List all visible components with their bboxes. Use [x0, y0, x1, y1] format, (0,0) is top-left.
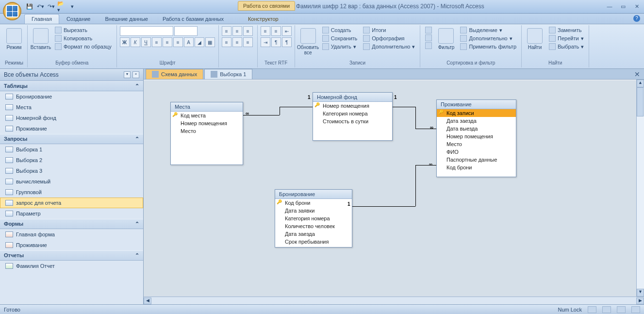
- copy-button[interactable]: Копировать: [53, 34, 114, 42]
- table-field[interactable]: ФИО: [437, 148, 516, 156]
- spelling-button[interactable]: Орфография: [361, 34, 417, 42]
- clear-sort-button[interactable]: [423, 42, 434, 50]
- align-left-button[interactable]: ≡: [152, 37, 162, 47]
- nav-collapse-icon[interactable]: «: [132, 71, 139, 78]
- align-btn2[interactable]: ≡: [232, 26, 242, 36]
- goto-button[interactable]: Перейти ▾: [547, 34, 586, 42]
- relationships-canvas[interactable]: ∞11∞1∞МестаКод местаНомер помещенияМесто…: [144, 80, 644, 297]
- tab-external-data[interactable]: Внешние данные: [98, 14, 155, 24]
- scroll-right-icon[interactable]: ▶: [636, 297, 644, 304]
- underline-button[interactable]: Ч: [141, 37, 151, 47]
- totals-button[interactable]: Итоги: [361, 26, 417, 34]
- nav-item[interactable]: Групповой: [0, 187, 143, 198]
- table-field[interactable]: Стоимость в сутки: [313, 117, 392, 125]
- vertical-scrollbar[interactable]: ▲ ▼: [636, 80, 644, 297]
- indent-inc-button[interactable]: ⇥: [261, 37, 270, 47]
- nav-item[interactable]: Фамилия Отчет: [0, 261, 143, 271]
- nav-item[interactable]: Выборка 3: [0, 165, 143, 176]
- redo-icon[interactable]: ↷▾: [47, 2, 55, 11]
- format-painter-button[interactable]: Формат по образцу: [53, 43, 114, 50]
- table-field[interactable]: Дата заезда: [437, 117, 516, 125]
- scroll-up-icon[interactable]: ▲: [637, 80, 644, 87]
- bold-button[interactable]: Ж: [120, 37, 130, 47]
- doc-tab-schema[interactable]: Схема данных: [146, 69, 203, 79]
- table-field[interactable]: Категория номера: [275, 215, 352, 222]
- bullets-button[interactable]: ≡: [261, 26, 270, 36]
- view-shortcut-2[interactable]: [602, 306, 611, 313]
- table-field[interactable]: Код брони: [275, 199, 352, 207]
- view-button[interactable]: Режим: [4, 26, 24, 52]
- scroll-thumb[interactable]: [637, 87, 644, 116]
- doc-close-icon[interactable]: ✕: [630, 69, 644, 79]
- view-shortcut-3[interactable]: [617, 306, 626, 313]
- table-field[interactable]: Категория номера: [313, 110, 392, 117]
- align-right-button[interactable]: ≡: [173, 37, 183, 47]
- selection-filter-button[interactable]: Выделение ▾: [458, 26, 518, 34]
- font-combo[interactable]: [120, 26, 173, 36]
- nav-dropdown-icon[interactable]: ▾: [124, 71, 131, 78]
- scroll-left-icon[interactable]: ◀: [144, 297, 151, 304]
- align-btn4[interactable]: ≡: [222, 37, 231, 47]
- nav-item[interactable]: Проживание: [0, 240, 143, 250]
- help-icon[interactable]: ?: [633, 15, 640, 22]
- table-field[interactable]: Код записи: [437, 109, 516, 117]
- table-field[interactable]: Дата выезда: [437, 125, 516, 132]
- undo-icon[interactable]: ↶▾: [36, 2, 45, 11]
- advanced-filter-button[interactable]: Дополнительно ▾: [458, 34, 518, 42]
- minimize-icon[interactable]: —: [605, 3, 614, 10]
- table-title[interactable]: Места: [171, 102, 243, 112]
- table-field[interactable]: Место: [171, 127, 243, 135]
- table-field[interactable]: Номер помещения: [313, 102, 392, 110]
- more-records-button[interactable]: Дополнительно ▾: [361, 43, 417, 50]
- numbering-button[interactable]: ≡: [271, 26, 281, 36]
- nav-section-reports[interactable]: Отчеты⌃: [0, 250, 143, 261]
- ltr-button[interactable]: ¶: [271, 37, 281, 47]
- tab-create[interactable]: Создание: [59, 14, 98, 24]
- view-shortcut-4[interactable]: [631, 306, 640, 313]
- align-btn5[interactable]: ≡: [232, 37, 242, 47]
- scroll-down-icon[interactable]: ▼: [637, 289, 644, 297]
- sort-desc-button[interactable]: [423, 34, 434, 42]
- nav-item[interactable]: Главная форма: [0, 229, 143, 240]
- nav-section-queries[interactable]: Запросы⌃: [0, 134, 143, 144]
- cut-button[interactable]: Вырезать: [53, 26, 114, 34]
- italic-button[interactable]: К: [131, 37, 140, 47]
- nav-section-tables[interactable]: Таблицы⌃: [0, 81, 143, 91]
- table-box[interactable]: ПроживаниеКод записиДата заездаДата выез…: [436, 99, 516, 177]
- nav-item[interactable]: вычисляемый: [0, 176, 143, 187]
- select-button[interactable]: Выбрать ▾: [547, 43, 586, 50]
- maximize-icon[interactable]: ▭: [619, 3, 627, 10]
- table-box[interactable]: БронированиеКод брониДата заявкиКатегори…: [275, 189, 352, 248]
- fill-color-button[interactable]: ◢: [195, 37, 204, 47]
- paste-button[interactable]: Вставить: [31, 26, 51, 52]
- view-shortcut-1[interactable]: [588, 306, 596, 313]
- filter-button[interactable]: Фильтр: [436, 26, 456, 52]
- align-btn1[interactable]: ≡: [222, 26, 231, 36]
- save-icon[interactable]: 💾: [25, 2, 34, 11]
- nav-item[interactable]: Выборка 2: [0, 155, 143, 165]
- table-title[interactable]: Номерной фонд: [313, 93, 392, 102]
- toggle-filter-button[interactable]: Применить фильтр: [458, 43, 518, 50]
- table-field[interactable]: Номер помещения: [171, 119, 243, 127]
- nav-item[interactable]: Бронирование: [0, 91, 143, 102]
- nav-section-forms[interactable]: Формы⌃: [0, 219, 143, 229]
- find-button[interactable]: Найти: [525, 26, 545, 52]
- refresh-all-button[interactable]: Обновить все: [298, 26, 318, 57]
- open-folder-icon[interactable]: 📂▾: [57, 2, 66, 11]
- table-field[interactable]: Код места: [171, 112, 243, 119]
- qat-customize-icon[interactable]: ▾: [68, 2, 77, 11]
- table-title[interactable]: Проживание: [437, 100, 516, 109]
- font-color-button[interactable]: A: [184, 37, 194, 47]
- table-field[interactable]: Код брони: [437, 164, 516, 171]
- nav-item[interactable]: Места: [0, 102, 143, 113]
- align-btn3[interactable]: ≡: [243, 26, 253, 36]
- table-field[interactable]: Паспортные данные: [437, 156, 516, 164]
- table-field[interactable]: Номер помещения: [437, 132, 516, 140]
- nav-header[interactable]: Все объекты Access ▾«: [0, 69, 143, 81]
- nav-item[interactable]: Выборка 1: [0, 144, 143, 155]
- align-btn6[interactable]: ≡: [243, 37, 253, 47]
- sort-asc-button[interactable]: [423, 26, 434, 34]
- office-button[interactable]: [3, 2, 21, 20]
- table-box[interactable]: Номерной фондНомер помещенияКатегория но…: [313, 92, 393, 141]
- tab-database-tools[interactable]: Работа с базами данных: [155, 14, 231, 24]
